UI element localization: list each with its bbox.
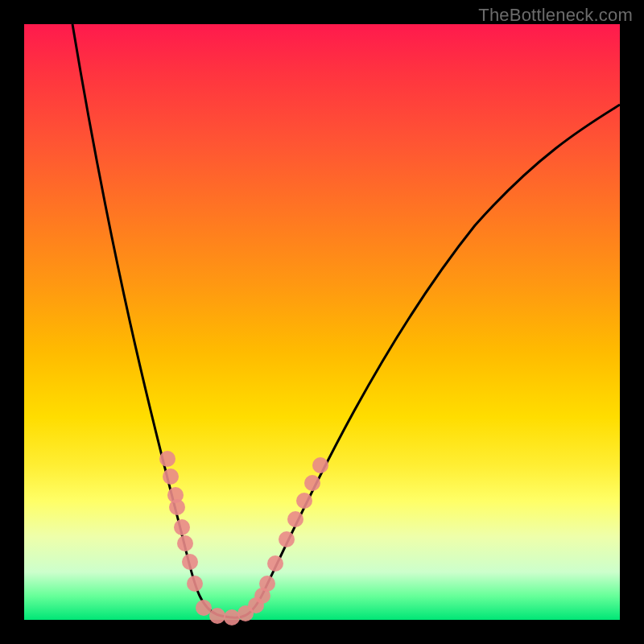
curve-marker [267,555,283,572]
curve-svg [24,24,620,620]
curve-marker [209,608,225,624]
curve-marker [259,576,275,592]
watermark-label: TheBottleneck.com [478,5,633,26]
bottleneck-curve [72,24,620,617]
curve-marker [296,493,312,509]
curve-marker [159,451,175,467]
curve-marker [177,535,193,551]
curve-marker [163,469,179,485]
curve-marker [182,554,198,570]
curve-marker [304,475,320,491]
chart-stage: TheBottleneck.com [0,0,644,644]
curve-marker [174,519,190,535]
curve-marker [312,457,328,473]
curve-marker [279,531,295,547]
curve-marker [187,576,203,592]
curve-marker [169,499,185,515]
plot-area [24,24,620,620]
curve-marker [287,511,303,527]
